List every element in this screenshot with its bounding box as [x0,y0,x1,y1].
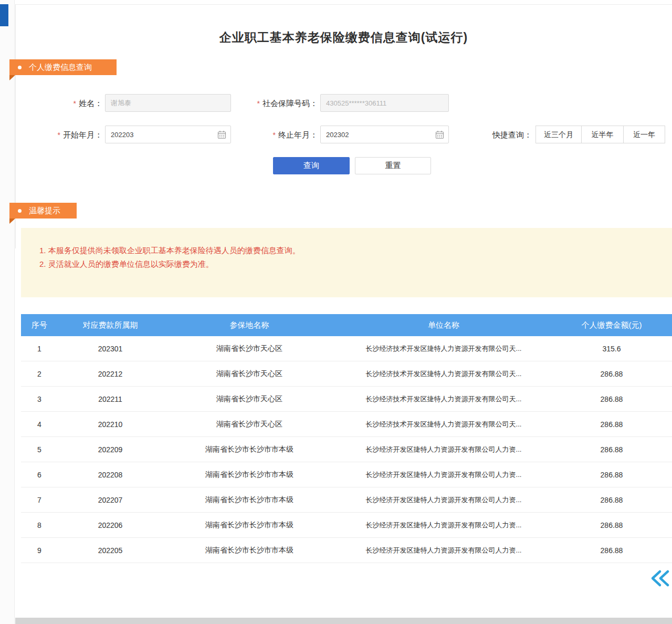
cell-amount: 286.88 [551,445,672,454]
calendar-icon[interactable] [435,130,444,139]
cell-employer: 长沙经济开发区捷特人力资源开发有限公司人力资... [336,445,551,454]
cell-employer: 长沙经济技术开发区捷特人力资源开发有限公司天... [336,394,551,404]
cell-amount: 286.88 [551,546,672,555]
table-row: 6 202208 湖南省长沙市长沙市市本级 长沙经济开发区捷特人力资源开发有限公… [21,462,672,487]
cell-seq: 5 [21,445,58,454]
cell-seq: 8 [21,521,58,529]
header-period: 对应费款所属期 [58,320,163,330]
required-marker: * [58,131,60,139]
cell-amount: 286.88 [551,420,672,429]
cell-insured-place: 湖南省长沙市长沙市市本级 [163,445,336,454]
section-badge-label: 温馨提示 [29,206,60,216]
cell-amount: 286.88 [551,471,672,479]
name-label: *姓名： [21,98,102,109]
table-row: 1 202301 湖南省长沙市天心区 长沙经济技术开发区捷特人力资源开发有限公司… [21,336,672,361]
name-field[interactable] [105,94,231,112]
pension-query-page: 企业职工基本养老保险缴费信息查询(试运行) 个人缴费信息查询 *姓名： *社会保… [0,0,672,624]
cell-seq: 4 [21,420,58,429]
section-badge-personal-query: 个人缴费信息查询 [9,59,117,75]
table-row: 7 202207 湖南省长沙市长沙市市本级 长沙经济开发区捷特人力资源开发有限公… [21,487,672,513]
bullet-dot-icon [18,209,22,213]
bullet-dot-icon [18,66,22,69]
cell-employer: 长沙经济技术开发区捷特人力资源开发有限公司天... [336,344,551,353]
table-row: 3 202211 湖南省长沙市天心区 长沙经济技术开发区捷特人力资源开发有限公司… [21,387,672,412]
cell-period: 202212 [58,370,163,378]
table-row: 9 202205 湖南省长沙市长沙市市本级 长沙经济开发区捷特人力资源开发有限公… [21,538,672,563]
page-title: 企业职工基本养老保险缴费信息查询(试运行) [15,29,672,46]
cell-insured-place: 湖南省长沙市天心区 [163,394,336,404]
panel-top-border [15,4,672,5]
cell-period: 202211 [58,395,163,403]
badge-fold-decoration [9,219,15,224]
quick-last-year-button[interactable]: 近一年 [623,126,665,143]
ssn-label: *社会保障号码： [229,98,318,109]
cell-amount: 286.88 [551,370,672,378]
cell-period: 202210 [58,420,163,429]
cell-seq: 9 [21,546,58,555]
cell-insured-place: 湖南省长沙市天心区 [163,344,336,353]
cell-employer: 长沙经济开发区捷特人力资源开发有限公司人力资... [336,546,551,555]
header-employer: 单位名称 [336,320,551,330]
end-month-label: *终止年月： [229,130,318,140]
calendar-icon[interactable] [217,130,226,139]
section-badge-label: 个人缴费信息查询 [29,63,92,72]
cell-period: 202207 [58,496,163,504]
query-button[interactable]: 查询 [273,157,350,174]
cell-insured-place: 湖南省长沙市长沙市市本级 [163,470,336,480]
table-row: 2 202212 湖南省长沙市天心区 长沙经济技术开发区捷特人力资源开发有限公司… [21,361,672,387]
required-marker: * [273,131,276,139]
required-marker: * [257,99,260,108]
cell-insured-place: 湖南省长沙市长沙市市本级 [163,521,336,530]
table-row: 5 202209 湖南省长沙市长沙市市本级 长沙经济开发区捷特人力资源开发有限公… [21,437,672,462]
cell-period: 202301 [58,345,163,353]
cell-period: 202208 [58,471,163,479]
cell-insured-place: 湖南省长沙市天心区 [163,369,336,379]
end-month-field[interactable] [320,126,449,143]
cell-seq: 3 [21,395,58,403]
cell-period: 202209 [58,445,163,454]
table-row: 4 202210 湖南省长沙市天心区 长沙经济技术开发区捷特人力资源开发有限公司… [21,412,672,437]
table-header-row: 序号 对应费款所属期 参保地名称 单位名称 个人缴费金额(元) [21,314,672,336]
section-badge-tips: 温馨提示 [9,203,77,219]
cell-employer: 长沙经济开发区捷特人力资源开发有限公司人力资... [336,521,551,530]
cell-amount: 286.88 [551,496,672,504]
start-month-label: *开始年月： [21,130,102,140]
header-seq: 序号 [21,320,58,330]
left-gutter [0,0,15,624]
table-row: 8 202206 湖南省长沙市长沙市市本级 长沙经济开发区捷特人力资源开发有限公… [21,513,672,538]
cell-insured-place: 湖南省长沙市天心区 [163,420,336,429]
quick-last-3-months-button[interactable]: 近三个月 [536,126,582,143]
badge-fold-decoration [9,75,15,80]
header-insured-place: 参保地名称 [163,320,336,330]
cell-amount: 315.6 [551,345,672,353]
cell-employer: 长沙经济技术开发区捷特人力资源开发有限公司天... [336,420,551,429]
cell-employer: 长沙经济技术开发区捷特人力资源开发有限公司天... [336,369,551,379]
quick-query-label: 快捷查询： [470,130,532,140]
cell-employer: 长沙经济开发区捷特人力资源开发有限公司人力资... [336,470,551,480]
collapse-double-chevron-icon[interactable] [650,569,670,587]
cell-period: 202205 [58,546,163,555]
bottom-gray-bar [15,618,672,624]
required-marker: * [74,99,76,108]
cell-amount: 286.88 [551,395,672,403]
cell-insured-place: 湖南省长沙市长沙市市本级 [163,495,336,505]
notice-line: 2. 灵活就业人员的缴费单位信息以实际缴费为准。 [39,257,662,271]
notice-box: 1. 本服务仅提供尚未领取企业职工基本养老保险待遇人员的缴费信息查询。 2. 灵… [21,228,672,297]
cell-amount: 286.88 [551,521,672,529]
start-month-field[interactable] [105,126,231,143]
cell-insured-place: 湖南省长沙市长沙市市本级 [163,546,336,555]
cell-seq: 6 [21,471,58,479]
notice-line: 1. 本服务仅提供尚未领取企业职工基本养老保险待遇人员的缴费信息查询。 [39,244,662,257]
cell-seq: 7 [21,496,58,504]
ssn-field[interactable] [320,94,449,112]
cell-employer: 长沙经济开发区捷特人力资源开发有限公司人力资... [336,495,551,505]
reset-button[interactable]: 重置 [355,157,431,174]
payment-records-table: 序号 对应费款所属期 参保地名称 单位名称 个人缴费金额(元) 1 202301… [21,314,672,563]
cell-period: 202206 [58,521,163,529]
quick-last-half-year-button[interactable]: 近半年 [581,126,624,143]
header-amount: 个人缴费金额(元) [551,320,672,330]
left-blue-tab [0,4,8,26]
cell-seq: 2 [21,370,58,378]
cell-seq: 1 [21,345,58,353]
